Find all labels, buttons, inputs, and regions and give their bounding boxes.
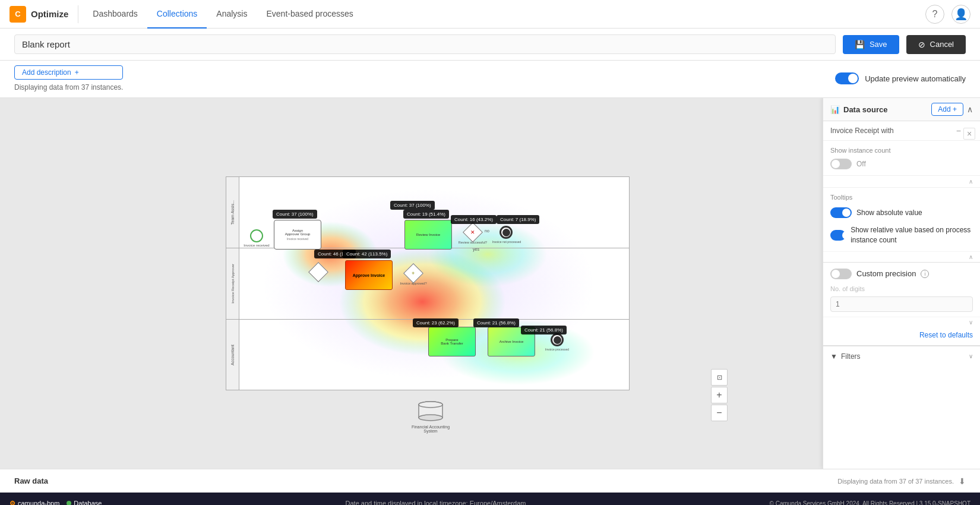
- help-icon[interactable]: ?: [925, 5, 944, 24]
- data-source-panel: 📊 Data source Add + ∧ Invoice Receipt wi…: [823, 98, 980, 469]
- raw-data-bar: Raw data Displaying data from 37 of 37 i…: [0, 469, 980, 493]
- user-icon[interactable]: 👤: [951, 5, 970, 24]
- nav-item-collections[interactable]: Collections: [147, 0, 207, 29]
- canvas-area: Team Assis... Invoice Receipt Approver A…: [0, 98, 855, 469]
- count-badge-10: Count: 21 (56.8%): [521, 326, 567, 334]
- raw-data-label: Raw data: [14, 476, 48, 485]
- add-desc-label: Add description: [22, 68, 71, 77]
- bottom-bar: ⚙ camunda-bpm Database Date and time dis…: [0, 493, 980, 505]
- zoom-fit-button[interactable]: ⊡: [711, 369, 728, 386]
- save-button[interactable]: 💾 Save: [843, 35, 899, 54]
- show-absolute-label: Show absolute value: [856, 209, 922, 217]
- update-preview-toggle[interactable]: [835, 72, 859, 84]
- save-icon: 💾: [855, 40, 865, 49]
- svg-point-8: [419, 402, 442, 408]
- app-name: Optimize: [31, 9, 68, 19]
- logo-area: C Optimize: [10, 6, 68, 23]
- db-indicator: Database: [67, 500, 102, 505]
- copyright-text: © Camunda Services GmbH 2024, All Rights…: [770, 500, 970, 506]
- show-instance-count-toggle-label: Off: [856, 160, 866, 168]
- tooltips-label: Tooltips: [830, 194, 852, 201]
- cancel-icon: ⊘: [918, 40, 925, 49]
- zoom-controls: ⊡ + −: [711, 369, 728, 421]
- custom-precision-collapse[interactable]: ∨: [823, 317, 980, 327]
- ds-collapse-icon[interactable]: ∧: [967, 105, 973, 114]
- logo-box: C: [10, 6, 26, 23]
- update-preview-row: Update preview automatically: [835, 72, 966, 84]
- raw-data-instances: Displaying data from 37 of 37 instances.: [837, 478, 954, 485]
- nav-item-events[interactable]: Event-based processes: [257, 0, 362, 29]
- custom-precision-info-icon[interactable]: i: [921, 270, 929, 278]
- show-instance-count-toggle[interactable]: [830, 159, 852, 169]
- show-instance-count-section: Show instance count Off: [823, 141, 980, 176]
- filter-icon: ▼: [830, 352, 837, 361]
- source-indicator: ⚙ camunda-bpm: [10, 500, 59, 506]
- digits-input[interactable]: [830, 296, 973, 312]
- count-badge-4: Count: 16 (43.2%): [451, 215, 497, 224]
- ds-header: 📊 Data source Add + ∧: [823, 98, 980, 121]
- svg-point-7: [419, 415, 442, 421]
- count-badge-1: Count: 37 (100%): [273, 210, 317, 219]
- reset-defaults-button[interactable]: Reset to defaults: [919, 331, 973, 339]
- show-instance-count-label: Show instance count: [830, 147, 973, 154]
- top-navigation: C Optimize Dashboards Collections Analys…: [0, 0, 980, 29]
- filters-section: ▼ Filters ∨: [823, 346, 980, 367]
- show-relative-toggle[interactable]: [830, 230, 846, 241]
- ds-source-minus[interactable]: −: [956, 126, 961, 135]
- count-badge-8: Count: 23 (62.2%): [413, 318, 459, 327]
- filters-header[interactable]: ▼ Filters ∨: [823, 346, 980, 367]
- nav-item-analysis[interactable]: Analysis: [207, 0, 257, 29]
- show-relative-label: Show relative value based on process ins…: [851, 225, 973, 245]
- filters-collapse-icon[interactable]: ∨: [969, 353, 973, 359]
- count-badge-3: Count: 19 (51.4%): [403, 210, 449, 219]
- filters-label: Filters: [841, 352, 861, 361]
- nav-item-dashboards[interactable]: Dashboards: [83, 0, 147, 29]
- tooltips-section: Tooltips Show absolute value Show relati…: [823, 188, 980, 263]
- ds-title: Data source: [843, 105, 887, 114]
- ds-add-button[interactable]: Add +: [931, 103, 963, 116]
- count-badge-5: Count: 7 (18.9%): [497, 215, 539, 224]
- custom-precision-section: Custom precision i No. of digits ∨ Reset…: [823, 263, 980, 346]
- timezone-text: Date and time displayed in local timezon…: [346, 500, 526, 505]
- cancel-label: Cancel: [930, 40, 954, 49]
- report-title-input[interactable]: Blank report: [14, 34, 836, 54]
- data-store: Financial Accounting System: [410, 401, 451, 433]
- content-area: Team Assis... Invoice Receipt Approver A…: [0, 98, 980, 469]
- camunda-logo-small: ⚙: [10, 500, 15, 506]
- cancel-button[interactable]: ⊘ Cancel: [906, 35, 966, 54]
- section-collapse-1[interactable]: ∧: [823, 176, 980, 188]
- ds-source-item: Invoice Receipt with − ⌄: [823, 121, 980, 141]
- add-description-button[interactable]: Add description +: [14, 65, 123, 80]
- zoom-in-button[interactable]: +: [711, 387, 728, 403]
- bpmn-diagram: Team Assis... Invoice Receipt Approver A…: [226, 176, 630, 390]
- zoom-out-button[interactable]: −: [711, 405, 728, 421]
- report-header: Blank report 💾 Save ⊘ Cancel: [0, 29, 980, 61]
- db-label: Database: [74, 500, 102, 505]
- custom-precision-toggle[interactable]: [830, 269, 852, 279]
- ds-source-name: Invoice Receipt with: [830, 127, 894, 135]
- instances-text: Displaying data from 37 instances.: [14, 83, 123, 91]
- save-label: Save: [870, 40, 887, 49]
- count-badge-9: Count: 21 (56.8%): [473, 318, 519, 327]
- custom-precision-label: Custom precision: [856, 269, 916, 278]
- add-icon: +: [75, 68, 79, 77]
- raw-data-export-icon[interactable]: ⬇: [959, 476, 966, 486]
- show-absolute-toggle[interactable]: [830, 207, 852, 218]
- tooltips-collapse[interactable]: ∧: [823, 251, 980, 262]
- count-badge-2: Count: 37 (100%): [390, 201, 435, 210]
- update-preview-label: Update preview automatically: [865, 74, 966, 83]
- sub-header: Add description + Displaying data from 3…: [0, 61, 980, 98]
- ds-close-button[interactable]: ×: [963, 128, 975, 140]
- count-badge-7: Count: 42 (113.5%): [343, 250, 391, 258]
- db-dot: [67, 501, 71, 505]
- ds-header-icon: 📊: [830, 105, 840, 114]
- source-name: camunda-bpm: [18, 500, 59, 505]
- no-digits-label: No. of digits: [830, 285, 865, 292]
